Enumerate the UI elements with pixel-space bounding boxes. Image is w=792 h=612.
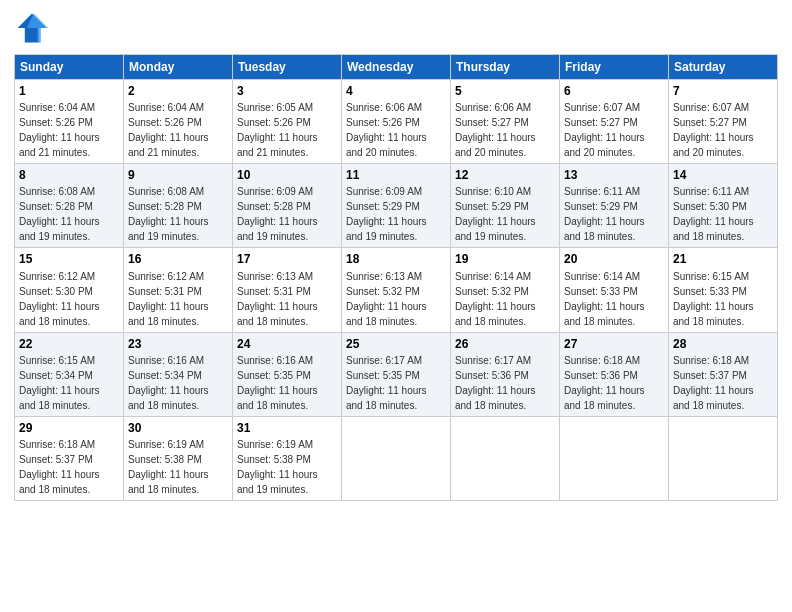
day-number: 9	[128, 167, 228, 183]
calendar-cell: 7 Sunrise: 6:07 AMSunset: 5:27 PMDayligh…	[669, 80, 778, 164]
day-number: 26	[455, 336, 555, 352]
calendar-cell: 9 Sunrise: 6:08 AMSunset: 5:28 PMDayligh…	[124, 164, 233, 248]
day-number: 1	[19, 83, 119, 99]
day-info: Sunrise: 6:17 AMSunset: 5:36 PMDaylight:…	[455, 355, 536, 411]
calendar-header-row: SundayMondayTuesdayWednesdayThursdayFrid…	[15, 55, 778, 80]
calendar-cell: 18 Sunrise: 6:13 AMSunset: 5:32 PMDaylig…	[342, 248, 451, 332]
calendar-cell: 11 Sunrise: 6:09 AMSunset: 5:29 PMDaylig…	[342, 164, 451, 248]
day-number: 20	[564, 251, 664, 267]
day-info: Sunrise: 6:19 AMSunset: 5:38 PMDaylight:…	[237, 439, 318, 495]
day-number: 19	[455, 251, 555, 267]
calendar-cell	[342, 416, 451, 500]
calendar-table: SundayMondayTuesdayWednesdayThursdayFrid…	[14, 54, 778, 501]
calendar-header-thursday: Thursday	[451, 55, 560, 80]
day-info: Sunrise: 6:11 AMSunset: 5:30 PMDaylight:…	[673, 186, 754, 242]
page-container: SundayMondayTuesdayWednesdayThursdayFrid…	[0, 0, 792, 612]
day-number: 27	[564, 336, 664, 352]
day-info: Sunrise: 6:05 AMSunset: 5:26 PMDaylight:…	[237, 102, 318, 158]
day-info: Sunrise: 6:16 AMSunset: 5:34 PMDaylight:…	[128, 355, 209, 411]
day-number: 7	[673, 83, 773, 99]
day-info: Sunrise: 6:09 AMSunset: 5:28 PMDaylight:…	[237, 186, 318, 242]
calendar-week-1: 1 Sunrise: 6:04 AMSunset: 5:26 PMDayligh…	[15, 80, 778, 164]
calendar-header-wednesday: Wednesday	[342, 55, 451, 80]
day-info: Sunrise: 6:12 AMSunset: 5:30 PMDaylight:…	[19, 271, 100, 327]
calendar-cell: 25 Sunrise: 6:17 AMSunset: 5:35 PMDaylig…	[342, 332, 451, 416]
calendar-cell: 23 Sunrise: 6:16 AMSunset: 5:34 PMDaylig…	[124, 332, 233, 416]
calendar-cell: 19 Sunrise: 6:14 AMSunset: 5:32 PMDaylig…	[451, 248, 560, 332]
calendar-header-monday: Monday	[124, 55, 233, 80]
calendar-cell: 27 Sunrise: 6:18 AMSunset: 5:36 PMDaylig…	[560, 332, 669, 416]
calendar-cell: 15 Sunrise: 6:12 AMSunset: 5:30 PMDaylig…	[15, 248, 124, 332]
day-info: Sunrise: 6:15 AMSunset: 5:33 PMDaylight:…	[673, 271, 754, 327]
day-info: Sunrise: 6:14 AMSunset: 5:32 PMDaylight:…	[455, 271, 536, 327]
calendar-header-tuesday: Tuesday	[233, 55, 342, 80]
calendar-cell: 10 Sunrise: 6:09 AMSunset: 5:28 PMDaylig…	[233, 164, 342, 248]
day-number: 3	[237, 83, 337, 99]
calendar-cell: 3 Sunrise: 6:05 AMSunset: 5:26 PMDayligh…	[233, 80, 342, 164]
calendar-cell: 31 Sunrise: 6:19 AMSunset: 5:38 PMDaylig…	[233, 416, 342, 500]
day-number: 25	[346, 336, 446, 352]
day-info: Sunrise: 6:18 AMSunset: 5:37 PMDaylight:…	[19, 439, 100, 495]
day-info: Sunrise: 6:17 AMSunset: 5:35 PMDaylight:…	[346, 355, 427, 411]
day-number: 23	[128, 336, 228, 352]
day-number: 2	[128, 83, 228, 99]
day-info: Sunrise: 6:16 AMSunset: 5:35 PMDaylight:…	[237, 355, 318, 411]
day-info: Sunrise: 6:08 AMSunset: 5:28 PMDaylight:…	[19, 186, 100, 242]
calendar-cell: 26 Sunrise: 6:17 AMSunset: 5:36 PMDaylig…	[451, 332, 560, 416]
calendar-cell: 4 Sunrise: 6:06 AMSunset: 5:26 PMDayligh…	[342, 80, 451, 164]
day-number: 31	[237, 420, 337, 436]
day-number: 29	[19, 420, 119, 436]
calendar-cell	[451, 416, 560, 500]
calendar-cell: 20 Sunrise: 6:14 AMSunset: 5:33 PMDaylig…	[560, 248, 669, 332]
logo	[14, 10, 54, 46]
day-number: 11	[346, 167, 446, 183]
calendar-cell: 2 Sunrise: 6:04 AMSunset: 5:26 PMDayligh…	[124, 80, 233, 164]
calendar-cell	[669, 416, 778, 500]
calendar-cell: 16 Sunrise: 6:12 AMSunset: 5:31 PMDaylig…	[124, 248, 233, 332]
day-info: Sunrise: 6:07 AMSunset: 5:27 PMDaylight:…	[673, 102, 754, 158]
day-number: 16	[128, 251, 228, 267]
calendar-header-friday: Friday	[560, 55, 669, 80]
calendar-cell: 30 Sunrise: 6:19 AMSunset: 5:38 PMDaylig…	[124, 416, 233, 500]
calendar-cell: 1 Sunrise: 6:04 AMSunset: 5:26 PMDayligh…	[15, 80, 124, 164]
day-info: Sunrise: 6:12 AMSunset: 5:31 PMDaylight:…	[128, 271, 209, 327]
day-number: 13	[564, 167, 664, 183]
day-number: 14	[673, 167, 773, 183]
day-info: Sunrise: 6:11 AMSunset: 5:29 PMDaylight:…	[564, 186, 645, 242]
day-number: 17	[237, 251, 337, 267]
calendar-cell: 13 Sunrise: 6:11 AMSunset: 5:29 PMDaylig…	[560, 164, 669, 248]
day-number: 21	[673, 251, 773, 267]
day-info: Sunrise: 6:13 AMSunset: 5:31 PMDaylight:…	[237, 271, 318, 327]
day-number: 28	[673, 336, 773, 352]
day-info: Sunrise: 6:18 AMSunset: 5:36 PMDaylight:…	[564, 355, 645, 411]
day-info: Sunrise: 6:08 AMSunset: 5:28 PMDaylight:…	[128, 186, 209, 242]
calendar-cell: 8 Sunrise: 6:08 AMSunset: 5:28 PMDayligh…	[15, 164, 124, 248]
day-number: 22	[19, 336, 119, 352]
day-number: 18	[346, 251, 446, 267]
calendar-cell: 12 Sunrise: 6:10 AMSunset: 5:29 PMDaylig…	[451, 164, 560, 248]
calendar-cell	[560, 416, 669, 500]
day-info: Sunrise: 6:06 AMSunset: 5:27 PMDaylight:…	[455, 102, 536, 158]
day-info: Sunrise: 6:04 AMSunset: 5:26 PMDaylight:…	[19, 102, 100, 158]
day-number: 30	[128, 420, 228, 436]
day-number: 5	[455, 83, 555, 99]
day-number: 6	[564, 83, 664, 99]
day-info: Sunrise: 6:13 AMSunset: 5:32 PMDaylight:…	[346, 271, 427, 327]
header	[14, 10, 778, 46]
calendar-header-sunday: Sunday	[15, 55, 124, 80]
calendar-cell: 22 Sunrise: 6:15 AMSunset: 5:34 PMDaylig…	[15, 332, 124, 416]
day-number: 10	[237, 167, 337, 183]
calendar-cell: 28 Sunrise: 6:18 AMSunset: 5:37 PMDaylig…	[669, 332, 778, 416]
day-info: Sunrise: 6:18 AMSunset: 5:37 PMDaylight:…	[673, 355, 754, 411]
day-number: 24	[237, 336, 337, 352]
logo-icon	[14, 10, 50, 46]
calendar-cell: 21 Sunrise: 6:15 AMSunset: 5:33 PMDaylig…	[669, 248, 778, 332]
day-number: 15	[19, 251, 119, 267]
day-info: Sunrise: 6:19 AMSunset: 5:38 PMDaylight:…	[128, 439, 209, 495]
calendar-cell: 17 Sunrise: 6:13 AMSunset: 5:31 PMDaylig…	[233, 248, 342, 332]
calendar-cell: 14 Sunrise: 6:11 AMSunset: 5:30 PMDaylig…	[669, 164, 778, 248]
calendar-header-saturday: Saturday	[669, 55, 778, 80]
calendar-cell: 24 Sunrise: 6:16 AMSunset: 5:35 PMDaylig…	[233, 332, 342, 416]
day-number: 4	[346, 83, 446, 99]
day-info: Sunrise: 6:04 AMSunset: 5:26 PMDaylight:…	[128, 102, 209, 158]
